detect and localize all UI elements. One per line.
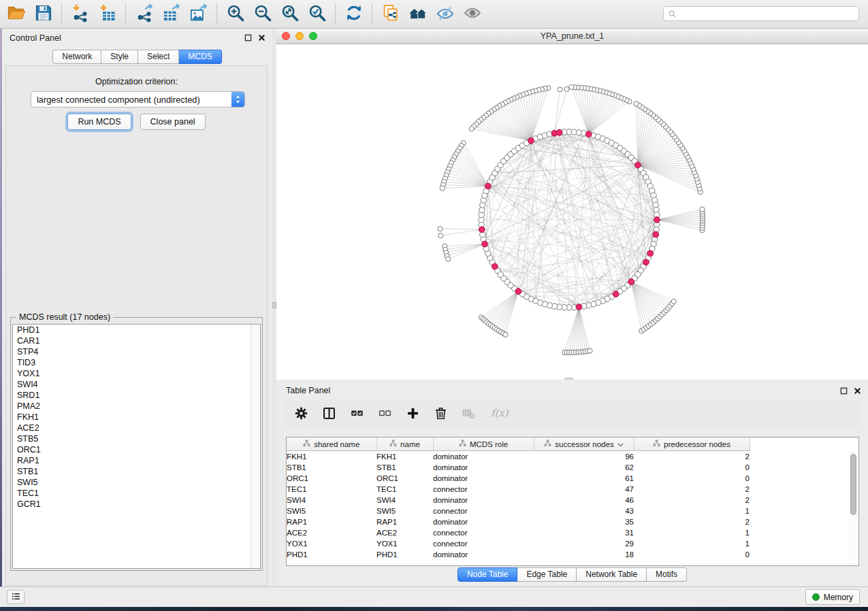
tab-style[interactable]: Style (101, 50, 138, 64)
mcds-result-list[interactable]: PHD1CAR1STP4TID3YOX1SWI4SRD1PMA2FKH1ACE2… (12, 324, 261, 569)
zoom-fit-button[interactable] (276, 2, 304, 27)
toolbar-separator (216, 4, 218, 24)
node-table[interactable]: shared namenameMCDS rolesuccessor nodesp… (286, 437, 859, 566)
import-network-button[interactable] (67, 2, 94, 27)
table-row[interactable]: TEC1TEC1connector472 (287, 484, 859, 495)
table-cell (750, 484, 859, 495)
column-header-MCDS-role[interactable]: MCDS role (433, 437, 534, 451)
table-scrollbar[interactable] (849, 451, 858, 565)
close-panel-icon[interactable] (854, 387, 861, 395)
column-header-name[interactable]: name (376, 437, 433, 451)
save-session-button[interactable] (30, 2, 57, 27)
refresh-icon (344, 3, 364, 24)
table-row[interactable]: PHD1PHD1dominator180 (287, 549, 859, 560)
tab-network-table[interactable]: Network Table (577, 567, 647, 582)
mcds-result-item[interactable]: STB5 (13, 433, 260, 444)
network-graph[interactable] (276, 44, 868, 380)
zoom-selected-button[interactable] (304, 2, 331, 27)
mcds-result-item[interactable]: TEC1 (13, 488, 260, 499)
table-row[interactable]: ACE2ACE2connector311 (287, 527, 859, 538)
columns-button[interactable] (321, 406, 337, 423)
desktop-wallpaper-edge (0, 29, 2, 587)
mcds-result-item[interactable]: PHD1 (13, 325, 260, 335)
mcds-result-item[interactable]: SRD1 (13, 390, 260, 401)
tab-edge-table[interactable]: Edge Table (517, 567, 577, 582)
mcds-list-scrollbar[interactable] (251, 325, 260, 568)
export-image-button[interactable] (185, 2, 212, 27)
optimization-criterion-select[interactable]: largest connected component (undirected) (31, 91, 245, 108)
mcds-result-item[interactable]: RAP1 (13, 455, 260, 466)
zoom-out-button[interactable] (249, 2, 276, 27)
table-row[interactable]: STB1STB1dominator620 (287, 462, 859, 473)
open-file-button[interactable] (3, 2, 30, 27)
export-network-button[interactable] (131, 2, 158, 27)
table-row[interactable]: FKH1FKH1dominator962 (287, 451, 859, 463)
table-cell: 47 (534, 484, 634, 495)
add-button[interactable] (404, 406, 421, 423)
search-box[interactable] (663, 6, 859, 21)
table-row[interactable]: SWI4SWI4dominator462 (287, 495, 859, 506)
mcds-result-item[interactable]: GCR1 (13, 499, 260, 510)
table-row[interactable]: YOX1YOX1connector291 (287, 538, 859, 549)
zoom-in-button[interactable] (222, 2, 249, 27)
sort-indicator-icon (617, 440, 624, 448)
mcds-result-item[interactable]: STB1 (13, 466, 260, 477)
export-table-button[interactable] (158, 2, 185, 27)
network-window-title: YPA_prune.txt_1 (276, 31, 868, 41)
float-panel-icon[interactable] (840, 387, 848, 395)
mcds-result-item[interactable]: CAR1 (13, 335, 260, 346)
table-cell: 35 (534, 516, 634, 527)
table-scrollbar-thumb[interactable] (850, 454, 856, 515)
duplicate-network-button[interactable] (377, 2, 404, 27)
table-cell: 29 (534, 538, 634, 549)
network-view-window: YPA_prune.txt_1 (276, 29, 868, 380)
control-panel-tabs: NetworkStyleSelectMCDS (2, 50, 272, 64)
delete-button[interactable] (432, 406, 449, 423)
run-mcds-button[interactable]: Run MCDS (67, 114, 131, 130)
show-all-button[interactable] (459, 2, 486, 27)
mcds-result-item[interactable]: STP4 (13, 346, 260, 357)
tab-mcds[interactable]: MCDS (179, 50, 221, 64)
mcds-result-item[interactable]: ORC1 (13, 444, 260, 455)
close-panel-icon[interactable] (258, 34, 266, 42)
network-canvas[interactable] (276, 44, 868, 380)
mcds-result-item[interactable]: PMA2 (13, 401, 260, 412)
mcds-result-item[interactable]: ACE2 (13, 423, 260, 433)
duplicate-network-icon (381, 3, 400, 24)
table-cell (750, 473, 859, 484)
table-row[interactable]: ORC1ORC1dominator610 (287, 473, 859, 484)
list-icon (11, 591, 21, 604)
column-header-shared-name[interactable]: shared name (287, 437, 376, 451)
tab-motifs[interactable]: Motifs (647, 567, 687, 582)
hide-selected-button[interactable] (432, 2, 459, 27)
show-panels-button[interactable] (7, 590, 25, 604)
refresh-button[interactable] (340, 2, 368, 27)
table-cell: dominator (433, 516, 534, 527)
import-table-button[interactable] (94, 2, 121, 27)
mcds-result-item[interactable]: YOX1 (13, 368, 260, 379)
close-panel-button[interactable]: Close panel (140, 114, 206, 130)
select-all-icon (350, 406, 364, 423)
deselect-all-button[interactable] (376, 406, 393, 423)
mcds-result-item[interactable]: FKH1 (13, 412, 260, 423)
column-header-predecessor-nodes[interactable]: predecessor nodes (634, 437, 750, 451)
mcds-result-item[interactable]: SWI4 (13, 379, 260, 390)
first-neighbors-button[interactable] (404, 2, 432, 27)
column-header-successor-nodes[interactable]: successor nodes (534, 437, 634, 451)
float-panel-icon[interactable] (244, 34, 252, 42)
tab-network[interactable]: Network (52, 50, 101, 64)
search-input[interactable] (677, 7, 858, 20)
tab-node-table[interactable]: Node Table (457, 567, 518, 582)
tab-select[interactable]: Select (138, 50, 179, 64)
table-cell: ACE2 (376, 527, 433, 538)
gear-button[interactable] (293, 406, 309, 423)
select-all-button[interactable] (349, 406, 365, 423)
mcds-result-item[interactable]: SWI5 (13, 477, 260, 488)
memory-button[interactable]: Memory (805, 589, 860, 605)
toolbar-separator (61, 4, 63, 24)
table-row[interactable]: RAP1RAP1dominator352 (287, 516, 859, 527)
table-panel-title: Table Panel (286, 386, 330, 395)
mcds-result-item[interactable]: TID3 (13, 357, 260, 368)
table-row[interactable]: SWI5SWI5connector431 (287, 506, 859, 516)
table-cell: SWI5 (287, 506, 376, 516)
